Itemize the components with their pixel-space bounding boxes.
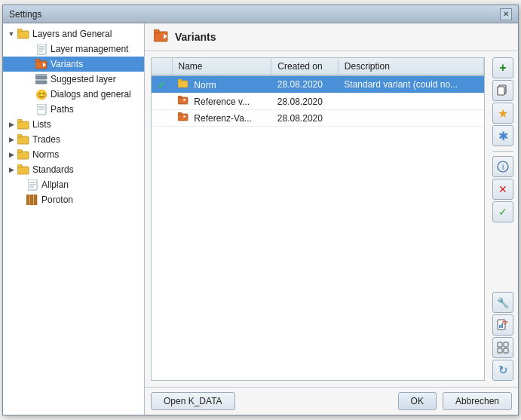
svg-rect-27 (26, 195, 29, 205)
panel-header: Variants (145, 23, 518, 51)
table-header-row: Name Created on Description (152, 58, 484, 75)
copy-button[interactable] (492, 80, 513, 101)
content-area: ▼ Layers and General ▶ Layer management … (3, 23, 518, 415)
ok-button[interactable]: OK (398, 392, 437, 410)
doc-chart-button[interactable] (492, 314, 513, 336)
table-row[interactable]: Referenz-Va... 28.08.2020 (152, 110, 484, 127)
expand-icon: ▶ (6, 149, 17, 160)
title-bar: Settings ✕ (3, 5, 518, 23)
col-created: Created on (271, 58, 338, 75)
svg-rect-35 (178, 97, 188, 104)
layer-icon (35, 73, 48, 85)
sidebar-item-suggested-layer[interactable]: ▶ Suggested layer (3, 72, 144, 87)
sidebar-item-label: Poroton (41, 195, 73, 205)
right-toolbar-panel: + ★ ✱ i (488, 51, 518, 387)
folder-icon (17, 118, 29, 130)
sidebar-item-norms[interactable]: ▶ Norms (3, 147, 144, 162)
row-name-cell: Reference v... (172, 94, 271, 110)
sidebar-item-allplan[interactable]: ▶ Allplan (3, 177, 144, 192)
svg-rect-1 (17, 29, 22, 32)
svg-rect-20 (17, 149, 22, 152)
page-icon (35, 43, 48, 55)
svg-rect-7 (35, 59, 40, 62)
cancel-button[interactable]: Abbrechen (443, 392, 512, 410)
svg-rect-34 (178, 79, 182, 81)
sidebar: ▼ Layers and General ▶ Layer management … (3, 23, 145, 415)
row-folder-icon (178, 96, 188, 105)
expand-icon: ▼ (6, 29, 17, 39)
svg-rect-39 (178, 112, 182, 115)
open-k-data-button[interactable]: Open K_DATA (151, 392, 235, 410)
svg-rect-42 (498, 87, 504, 95)
asterisk-button[interactable]: ✱ (492, 125, 513, 146)
sidebar-item-label: Allplan (41, 179, 69, 190)
folder-icon (17, 164, 29, 176)
page-icon (26, 179, 38, 191)
variants-icon (35, 58, 48, 70)
svg-rect-50 (504, 342, 508, 347)
svg-rect-16 (17, 119, 22, 122)
activate-button[interactable]: ✓ (492, 201, 513, 222)
expand-icon: ▶ (6, 164, 17, 175)
panel-icon (154, 29, 169, 44)
col-check (152, 58, 172, 75)
sidebar-item-dialogs[interactable]: ▶ 😊 Dialogs and general (3, 87, 144, 102)
sidebar-item-paths[interactable]: ▶ Paths (3, 102, 144, 117)
expand-icon: ▶ (6, 119, 17, 130)
grid-view-button[interactable] (492, 337, 513, 358)
sidebar-item-layers-and-general[interactable]: ▼ Layers and General (3, 26, 144, 41)
close-button[interactable]: ✕ (500, 8, 512, 20)
svg-rect-28 (30, 195, 33, 205)
svg-rect-47 (501, 323, 503, 328)
row-check-cell (152, 94, 172, 110)
star-button[interactable]: ★ (492, 103, 513, 124)
window-title: Settings (9, 9, 41, 20)
row-created-cell: 28.08.2020 (271, 110, 338, 127)
sidebar-item-label: Layers and General (32, 29, 112, 39)
panel-title: Variants (175, 31, 216, 43)
sidebar-item-trades[interactable]: ▶ Trades (3, 132, 144, 147)
right-toolbar: + ★ ✱ i (488, 51, 518, 228)
bottom-toolbar: 🔧 ↻ (488, 292, 518, 387)
bars-icon (26, 194, 38, 206)
svg-text:i: i (502, 163, 504, 171)
sidebar-item-lists[interactable]: ▶ Lists (3, 117, 144, 132)
row-folder-icon (178, 79, 188, 88)
panel-body: Name Created on Description ✓ (145, 51, 518, 387)
expand-icon: ▶ (6, 134, 17, 145)
delete-button[interactable]: ✕ (492, 179, 513, 200)
svg-rect-0 (17, 31, 29, 38)
svg-rect-21 (17, 167, 29, 174)
add-button[interactable]: + (492, 57, 513, 78)
sidebar-item-label: Variants (51, 59, 83, 69)
svg-rect-17 (17, 136, 29, 144)
table-row[interactable]: Reference v... 28.08.2020 (152, 94, 484, 110)
sidebar-item-standards[interactable]: ▶ Standards (3, 162, 144, 177)
svg-rect-36 (178, 96, 182, 98)
svg-rect-10 (35, 81, 47, 84)
svg-rect-15 (17, 121, 29, 129)
row-name-cell: Referenz-Va... (172, 110, 271, 127)
path-icon (35, 103, 48, 115)
sidebar-item-label: Trades (32, 134, 60, 145)
refresh-button[interactable]: ↻ (492, 360, 513, 381)
variants-table: Name Created on Description ✓ (151, 57, 485, 381)
sidebar-item-label: Paths (51, 104, 74, 115)
row-created-cell: 28.08.2020 (271, 94, 338, 110)
footer: Open K_DATA OK Abbrechen (145, 387, 518, 415)
main-panel: Variants Name Created on Description (145, 23, 518, 415)
row-name-cell: Norm (172, 75, 271, 94)
sidebar-item-poroton[interactable]: ▶ Poroton (3, 192, 144, 207)
svg-rect-29 (34, 195, 37, 205)
sidebar-item-label: Lists (32, 119, 51, 130)
svg-rect-46 (499, 325, 501, 328)
row-description-cell (338, 110, 483, 127)
sidebar-item-variants[interactable]: ▶ Variants (3, 57, 144, 72)
row-check-cell (152, 110, 172, 127)
folder-icon (17, 149, 29, 161)
settings-button[interactable]: 🔧 (492, 292, 513, 313)
sidebar-item-layer-management[interactable]: ▶ Layer management (3, 41, 144, 57)
info-button[interactable]: i (492, 156, 513, 177)
table-row[interactable]: ✓ Norm 28.08.2020 Standard variant (coul (152, 75, 484, 94)
sidebar-item-label: Standards (32, 164, 74, 175)
